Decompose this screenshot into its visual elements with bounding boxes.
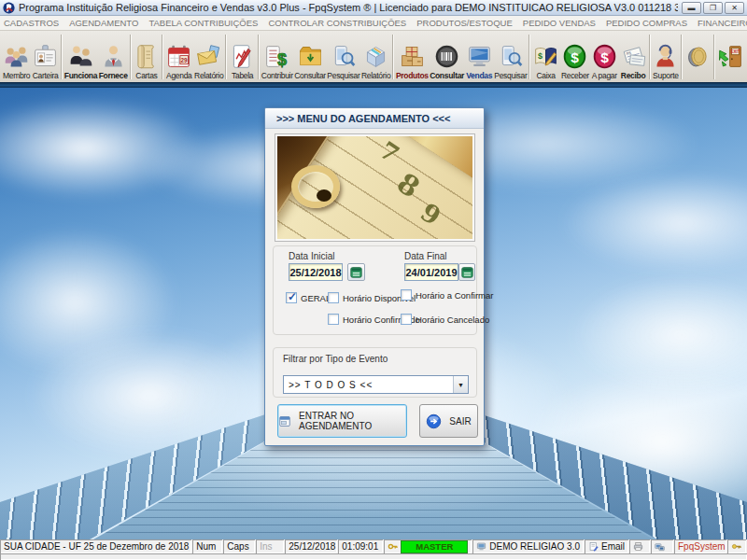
printer-icon <box>633 541 643 552</box>
toolbar-separator <box>162 35 163 79</box>
checkbox-geral: GERAL <box>286 292 331 303</box>
toolbar-button-carteira[interactable]: Carteira <box>31 32 60 82</box>
svg-text:$: $ <box>277 50 287 69</box>
statusbar-numlock: Num <box>192 539 222 553</box>
toolbar-label: Produtos <box>396 71 429 80</box>
enter-schedule-button[interactable]: ENTRAR NO AGENDAMENTO <box>277 404 407 438</box>
statusbar-email[interactable]: Email <box>585 539 628 553</box>
toolbar-button-pesquisar-vendas[interactable]: Pesquisar <box>494 32 529 82</box>
toolbar-label: Consultar <box>294 71 326 80</box>
menu-item-financeiro[interactable]: FINANCEIRO <box>698 18 747 28</box>
letters-scroll-icon <box>133 43 160 70</box>
event-type-select[interactable]: >> T O D O S << ▼ <box>283 375 469 394</box>
menu-item-pedido-compras[interactable]: PEDIDO COMPRAS <box>606 18 687 28</box>
statusbar: SUA CIDADE - UF 25 de Dezembro de 2018 -… <box>0 539 747 553</box>
menubar: CADASTROS AGENDAMENTO TABELA CONTRIBUIÇÕ… <box>0 16 747 31</box>
support-agent-icon <box>652 43 679 70</box>
toolbar-button-vendas[interactable]: Vendas <box>465 32 494 82</box>
restore-button[interactable]: ❐ <box>703 2 723 14</box>
menu-item-cadastros[interactable]: CADASTROS <box>4 18 59 28</box>
date-start-picker-button[interactable] <box>347 263 365 281</box>
statusbar-user-name: MASTER <box>401 540 468 553</box>
toolbar: Membro Carteira Funciona Fornece Cartas … <box>0 31 747 82</box>
statusbar-network[interactable] <box>651 539 673 553</box>
toolbar-button-funcionarios[interactable]: Funciona <box>63 32 98 82</box>
date-end-picker-button[interactable] <box>458 263 475 281</box>
dates-groupbox: Data Inicial 25/12/2018 Data Final 24/01… <box>273 245 477 335</box>
toolbar-button-cartas[interactable]: Cartas <box>133 32 162 82</box>
schedule-window-icon <box>278 413 291 429</box>
toolbar-button-contribuir[interactable]: $ Contribuir <box>261 32 293 82</box>
toolbar-button-relatorio-contribuicoes[interactable]: Relatório <box>360 32 391 82</box>
toolbar-label: Pesquisar <box>327 71 359 80</box>
close-button[interactable]: ✕ <box>725 2 744 14</box>
statusbar-user: MASTER <box>384 539 472 553</box>
toolbar-label: Receber <box>561 71 589 80</box>
date-end-label: Data Final <box>404 251 447 261</box>
toolbar-button-caixa[interactable]: $ Caixa <box>531 32 560 82</box>
enter-schedule-label: ENTRAR NO AGENDAMENTO <box>299 411 406 431</box>
statusbar-email-label: Email <box>601 541 625 552</box>
toolbar-button-agenda[interactable]: 29 Agenda <box>164 32 193 82</box>
toolbar-label: Caixa <box>536 71 555 80</box>
pay-money-icon: $ <box>591 43 618 70</box>
svg-text:$: $ <box>571 49 580 65</box>
date-picker-icon <box>461 266 473 278</box>
horario-a-confirmar-checkbox[interactable] <box>401 289 412 301</box>
coin-icon <box>684 43 712 70</box>
toolbar-button-fornecedores[interactable]: Fornece <box>98 32 129 82</box>
menu-item-pedido-vendas[interactable]: PEDIDO VENDAS <box>523 18 596 28</box>
search-device-icon <box>330 43 357 70</box>
toolbar-button-membro[interactable]: Membro <box>2 32 31 82</box>
toolbar-button-moeda[interactable] <box>684 32 712 82</box>
toolbar-button-produtos[interactable]: Produtos <box>395 32 429 82</box>
toolbar-label: Consultar <box>430 71 464 80</box>
report-envelope-icon <box>195 43 222 70</box>
horario-disponivel-checkbox[interactable] <box>328 292 339 303</box>
toolbar-button-a-pagar[interactable]: $ A pagar <box>590 32 619 82</box>
report-box-icon <box>362 43 389 70</box>
toolbar-button-relatorio-agenda[interactable]: Relatório <box>193 32 224 82</box>
toolbar-button-tabela[interactable]: Tabela <box>228 32 257 82</box>
toolbar-label: Pesquisar <box>494 71 527 80</box>
checkbox-horario-cancelado: Horário Cancelado <box>401 314 489 325</box>
geral-checkbox[interactable] <box>286 292 297 303</box>
menu-item-produtos-estoque[interactable]: PRODUTOS/ESTOQUE <box>416 18 513 28</box>
statusbar-printer[interactable] <box>629 539 650 553</box>
menu-item-controlar-constribuicoes[interactable]: CONTROLAR CONSTRIBUIÇÕES <box>268 18 406 28</box>
key-icon <box>388 541 398 552</box>
horario-cancelado-checkbox[interactable] <box>401 314 412 325</box>
toolbar-separator <box>681 35 683 79</box>
toolbar-button-pesquisar-contribuicoes[interactable]: Pesquisar <box>327 32 361 82</box>
toolbar-separator <box>713 35 715 79</box>
toolbar-button-recibo[interactable]: R$ Recibo <box>619 32 648 82</box>
exit-door-icon: EXIT <box>717 43 744 70</box>
sair-button[interactable]: SAIR <box>419 404 478 438</box>
window-titlebar: Programa Instituição Religiosa Financeir… <box>0 0 747 16</box>
toolbar-button-consultar-produtos[interactable]: Consultar <box>430 32 465 82</box>
search-device-icon <box>497 43 524 70</box>
network-monitor-icon <box>655 541 665 552</box>
toolbar-button-consultar-contribuicoes[interactable]: Consultar <box>293 32 326 82</box>
toolbar-separator <box>392 35 394 79</box>
date-start-field[interactable]: 25/12/2018 <box>289 263 343 281</box>
minimize-button[interactable]: ▬ <box>682 2 701 14</box>
menu-item-agendamento[interactable]: AGENDAMENTO <box>69 18 138 28</box>
date-end-field[interactable]: 24/01/2019 <box>404 263 458 281</box>
product-boxes-icon <box>399 43 426 70</box>
toolbar-label: Contribuir <box>261 71 293 80</box>
email-page-icon <box>588 541 599 552</box>
toolbar-separator <box>529 35 530 79</box>
event-type-value: >> T O D O S << <box>284 380 453 390</box>
svg-text:EXIT: EXIT <box>731 49 740 54</box>
toolbar-button-receber[interactable]: $ Receber <box>560 32 590 82</box>
toolbar-button-sair-sistema[interactable]: EXIT <box>716 32 745 82</box>
dialog-titlebar[interactable]: >>> MENU DO AGENDAMENTO <<< <box>265 108 484 129</box>
app-window: Programa Instituição Religiosa Financeir… <box>0 0 747 560</box>
toolbar-separator <box>649 35 651 79</box>
toolbar-button-suporte[interactable]: Suporte <box>652 32 681 82</box>
statusbar-time: 01:09:01 <box>338 539 383 553</box>
horario-confirmado-checkbox[interactable] <box>328 314 339 325</box>
toolbar-label: Relatório <box>361 71 390 80</box>
menu-item-tabela-contribuicoes[interactable]: TABELA CONTRIBUIÇÕES <box>148 18 258 28</box>
